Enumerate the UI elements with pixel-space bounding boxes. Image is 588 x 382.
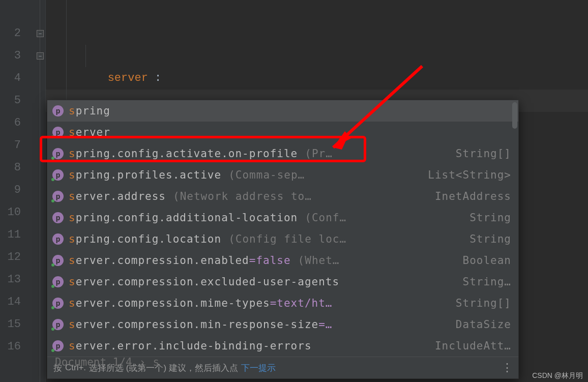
autocomplete-item[interactable]: pserver.compression.mime-types=text/ht…S… — [47, 292, 518, 314]
property-icon: p — [52, 127, 64, 138]
property-icon: p — [52, 169, 64, 181]
property-icon: p — [52, 191, 64, 202]
autocomplete-label: server.compression.excluded-user-agents — [69, 276, 339, 288]
autocomplete-item[interactable]: pspring.config.additional-location (Conf… — [47, 207, 518, 228]
line-number: 12 — [0, 246, 45, 269]
autocomplete-label: spring.config.location — [69, 233, 221, 245]
autocomplete-type: IncludeAtt… — [435, 340, 511, 352]
fold-toggle-icon[interactable]: − — [37, 52, 44, 60]
property-icon: p — [52, 298, 64, 309]
property-icon: p — [52, 148, 64, 159]
autocomplete-hint: (Config file loc… — [228, 233, 346, 245]
autocomplete-popup: pspringpserverpspring.config.activate.on… — [47, 100, 519, 379]
line-number: 2 − — [0, 22, 45, 45]
line-number: 6 — [0, 112, 45, 134]
line-number: 13 — [0, 269, 45, 291]
line-number: 5 — [0, 90, 45, 112]
autocomplete-item[interactable]: pserver.compression.excluded-user-agents… — [47, 271, 518, 292]
autocomplete-type: List<String> — [428, 169, 511, 181]
autocomplete-item[interactable]: pserver.error.include-binding-errorsIncl… — [47, 335, 518, 357]
line-number: 9 — [0, 179, 45, 201]
autocomplete-hint: (Pr… — [305, 148, 333, 160]
autocomplete-label: spring.profiles.active — [69, 169, 221, 181]
autocomplete-type: String[] — [456, 148, 511, 160]
autocomplete-label: server.error.include-binding-errors — [69, 340, 312, 352]
code-line[interactable]: server : — [46, 22, 588, 45]
gutter: 2 − 3 − 4 5 6 7 8 9 10 11 12 13 14 15 16 — [0, 0, 46, 382]
line-number: 8 — [0, 157, 45, 179]
fold-toggle-icon[interactable]: − — [37, 30, 44, 37]
autocomplete-type: InetAddress — [435, 190, 511, 202]
autocomplete-hint: (Network address to… — [173, 190, 312, 202]
line-number: 3 − — [0, 45, 45, 67]
breadcrumb-item[interactable]: s — [153, 356, 159, 368]
property-icon: p — [52, 276, 64, 287]
line-number — [0, 0, 45, 22]
next-hint-link[interactable]: 下一提示 — [241, 362, 276, 374]
property-icon: p — [52, 212, 64, 223]
autocomplete-label: spring.config.activate.on-profile — [69, 148, 298, 160]
autocomplete-item[interactable]: pspring.config.activate.on-profile (Pr…S… — [47, 143, 518, 164]
autocomplete-label: server.address — [69, 190, 166, 202]
autocomplete-type: DataSize — [456, 318, 511, 331]
popup-scrollbar[interactable] — [512, 102, 517, 129]
autocomplete-type: String — [469, 233, 511, 245]
autocomplete-label: server.compression.enabled=false — [69, 254, 291, 267]
autocomplete-type: String… — [462, 276, 511, 288]
autocomplete-item[interactable]: pserver.compression.enabled=false (Whet…… — [47, 250, 518, 271]
property-icon: p — [52, 233, 64, 245]
line-number: 14 — [0, 291, 45, 313]
line-number: 15 — [0, 313, 45, 336]
property-icon: p — [52, 255, 64, 266]
autocomplete-item[interactable]: pspring — [47, 100, 518, 122]
autocomplete-item[interactable]: pspring.config.location (Config file loc… — [47, 228, 518, 250]
autocomplete-item[interactable]: pspring.profiles.active (Comma-sep…List<… — [47, 164, 518, 186]
autocomplete-type: String — [469, 212, 511, 224]
line-number: 11 — [0, 224, 45, 246]
line-number: 4 — [0, 67, 45, 90]
autocomplete-item[interactable]: pserver.compression.min-response-size=…D… — [47, 314, 518, 335]
popup-menu-icon[interactable]: ⋮ — [502, 361, 512, 374]
autocomplete-label: server.compression.mime-types=text/ht… — [69, 297, 332, 309]
autocomplete-label: spring — [69, 105, 110, 117]
autocomplete-item[interactable]: pserver — [47, 122, 518, 143]
autocomplete-hint: (Whet… — [298, 254, 340, 267]
code-line[interactable] — [46, 67, 588, 90]
line-number: 10 — [0, 201, 45, 224]
line-number: 7 — [0, 134, 45, 157]
watermark: CSDN @林月明 — [532, 372, 583, 379]
breadcrumbs[interactable]: Document 1/4 › s — [55, 356, 159, 368]
autocomplete-hint: (Conf… — [305, 212, 346, 224]
code-line[interactable]: port : 8081 — [46, 45, 588, 67]
autocomplete-type: String[] — [456, 297, 511, 309]
breadcrumb-item[interactable]: Document 1/4 — [55, 356, 132, 368]
autocomplete-item[interactable]: pserver.address (Network address to…Inet… — [47, 186, 518, 207]
autocomplete-label: server.compression.min-response-size=… — [69, 318, 332, 331]
property-icon: p — [52, 319, 64, 330]
code-line[interactable] — [46, 0, 588, 22]
chevron-right-icon: › — [139, 356, 146, 368]
autocomplete-label: spring.config.additional-location — [69, 212, 298, 224]
property-icon: p — [52, 340, 64, 351]
autocomplete-hint: (Comma-sep… — [228, 169, 305, 181]
autocomplete-label: server — [69, 126, 110, 138]
editor-root: 2 − 3 − 4 5 6 7 8 9 10 11 12 13 14 15 16… — [0, 0, 588, 382]
line-number: 16 — [0, 336, 45, 358]
autocomplete-type: Boolean — [462, 254, 511, 267]
property-icon: p — [52, 105, 64, 116]
